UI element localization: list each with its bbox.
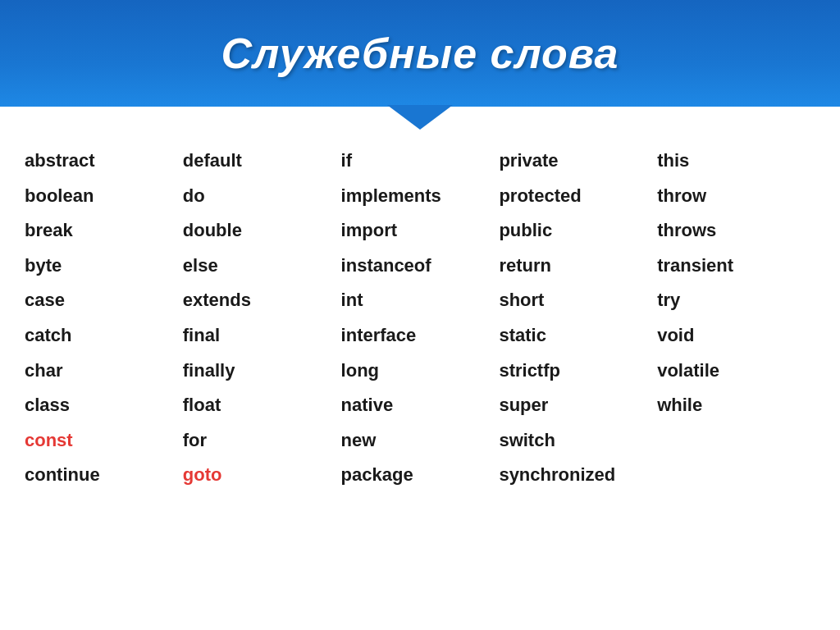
keyword-import: import xyxy=(341,213,500,249)
keywords-grid: abstractbooleanbreakbytecasecatchcharcla… xyxy=(0,107,840,509)
keyword-final: final xyxy=(183,318,341,354)
keyword-char: char xyxy=(25,354,183,389)
page-title: Служебные слова xyxy=(221,29,619,78)
keyword-int: int xyxy=(341,283,500,318)
keyword-do: do xyxy=(183,179,341,214)
keyword-byte: byte xyxy=(25,249,183,284)
keyword-goto: goto xyxy=(183,458,341,493)
keyword-new: new xyxy=(341,423,500,459)
page-header: Служебные слова xyxy=(0,0,840,107)
keyword-default: default xyxy=(183,144,341,179)
keyword-for: for xyxy=(183,423,341,459)
keyword-else: else xyxy=(183,249,341,284)
keyword-super: super xyxy=(499,388,657,423)
keyword-long: long xyxy=(341,354,500,389)
column-col3: ifimplementsimportinstanceofintinterface… xyxy=(341,144,500,493)
keyword-instanceof: instanceof xyxy=(341,249,500,284)
keyword-catch: catch xyxy=(25,318,183,354)
keyword-this: this xyxy=(657,144,815,179)
column-col2: defaultdodoubleelseextendsfinalfinallyfl… xyxy=(183,144,341,493)
keyword-finally: finally xyxy=(183,354,341,389)
keyword-switch: switch xyxy=(499,423,657,459)
keyword-static: static xyxy=(499,318,657,354)
keyword-void: void xyxy=(657,318,815,354)
keyword-native: native xyxy=(341,388,500,423)
keyword-public: public xyxy=(499,213,657,249)
keyword-case: case xyxy=(25,283,183,318)
keyword-private: private xyxy=(499,144,657,179)
keyword-if: if xyxy=(341,144,500,179)
column-col4: privateprotectedpublicreturnshortstatics… xyxy=(499,144,657,493)
keyword-abstract: abstract xyxy=(25,144,183,179)
keyword-protected: protected xyxy=(499,179,657,214)
keyword-float: float xyxy=(183,388,341,423)
keyword-continue: continue xyxy=(25,458,183,493)
keyword-class: class xyxy=(25,388,183,423)
keyword-break: break xyxy=(25,213,183,249)
keyword-boolean: boolean xyxy=(25,179,183,214)
keyword-double: double xyxy=(183,213,341,249)
keyword-implements: implements xyxy=(341,179,500,214)
keyword-extends: extends xyxy=(183,283,341,318)
keyword-throw: throw xyxy=(657,179,815,214)
column-col5: thisthrowthrowstransienttryvoidvolatilew… xyxy=(657,144,815,493)
keyword-package: package xyxy=(341,458,500,493)
keyword-transient: transient xyxy=(657,249,815,284)
keyword-synchronized: synchronized xyxy=(499,458,657,493)
keyword-const: const xyxy=(25,423,183,459)
keyword-try: try xyxy=(657,283,815,318)
column-col1: abstractbooleanbreakbytecasecatchcharcla… xyxy=(25,144,183,493)
keyword-interface: interface xyxy=(341,318,500,354)
keyword-strictfp: strictfp xyxy=(499,354,657,389)
keyword-throws: throws xyxy=(657,213,815,249)
keyword-return: return xyxy=(499,249,657,284)
keyword-volatile: volatile xyxy=(657,354,815,389)
keyword-short: short xyxy=(499,283,657,318)
keyword-while: while xyxy=(657,388,815,423)
